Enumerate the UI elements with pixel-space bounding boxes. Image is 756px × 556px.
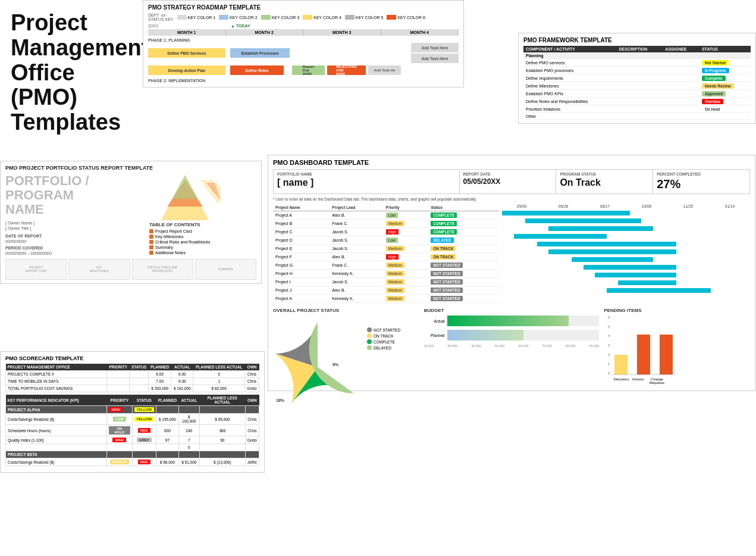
dash-project-row: Project G Frank C. Medium NOT STARTED xyxy=(273,261,499,270)
sc-upper-row: TIME TO MOBILIZE IN DAYS 7.00 6.00 1 Chr… xyxy=(6,378,259,385)
gantt-bar-row xyxy=(501,256,750,263)
pending-bar-change xyxy=(660,335,673,374)
scorecard-kpi-table: KEY PERFORMANCE INDICATOR (KPI) PRIORITY… xyxy=(5,395,259,466)
sc-kpi-row: PROJECT BETA xyxy=(6,451,259,458)
thumb-risks: CRITICAL RISKS ANDROADBLOCKS xyxy=(132,259,193,280)
budget-planned: Planned xyxy=(424,330,600,341)
dash-project-row: Project B Frank C. Medium COMPLETE xyxy=(273,220,499,228)
toc-item: Key Milestones xyxy=(149,235,256,239)
toc-item: Additional Notes xyxy=(149,251,256,255)
roadmap-title: PMO STRATEGY ROADMAP TEMPLATE xyxy=(148,4,459,11)
gantt-bar-row xyxy=(501,264,750,270)
title-line4: (PMO) xyxy=(11,85,77,110)
svg-marker-2 xyxy=(172,175,198,199)
dashboard-note: * User to enter all data on the Dashboar… xyxy=(273,197,750,201)
roadmap-legend: DEPT -or-STATUS KEY KEY COLOR 1 KEY COLO… xyxy=(148,13,459,21)
framework-template: PMO FRAMEWORK TEMPLATE COMPONENT / ACTIV… xyxy=(518,33,756,124)
pie-title: OVERALL PROJECT STATUS xyxy=(273,308,419,313)
legend-color-5 xyxy=(345,15,355,20)
pending-bar-decisions xyxy=(614,355,628,374)
pending-bar-actions xyxy=(637,335,650,374)
dash-project-row: Project C Jacob S. High COMPLETE xyxy=(273,228,499,236)
dash-project-row: Project H Kennedy K. Medium NOT STARTED xyxy=(273,270,499,278)
dash-project-row: Project F Alex B. High ON TRACK xyxy=(273,253,499,261)
thumb-summary: SUMMARY xyxy=(195,259,256,280)
gantt-row-2: Develop Action Plan Define Roles ReportD… xyxy=(148,65,459,75)
legend-item-2: KEY COLOR 2 xyxy=(219,15,258,20)
sc-kpi-row: Scheduled Hours (hours) ON HOLD RED 600 … xyxy=(6,425,259,436)
legend-color-2 xyxy=(219,15,228,20)
dashboard-header: PORTFOLIO NAME [ name ] REPORT DATE 05/0… xyxy=(273,169,750,194)
bar-decisions xyxy=(614,355,628,374)
pending-bars xyxy=(612,316,675,375)
project-table: Project Name Project Lead Priority Statu… xyxy=(273,204,499,303)
title-line2: Management xyxy=(11,35,149,60)
budget-title: BUDGET xyxy=(424,308,600,313)
legend-item-4: KEY COLOR 4 xyxy=(303,15,341,20)
framework-table: COMPONENT / ACTIVITY DESCRIPTION ASSIGNE… xyxy=(523,46,751,120)
legend-item-5: KEY COLOR 5 xyxy=(345,15,384,20)
gantt-bar-row xyxy=(501,210,750,216)
legend-color-6 xyxy=(387,15,396,20)
dashboard-title: PMO DASHBOARD TEMPLATE xyxy=(273,159,750,166)
gantt-dates: 05/09 06/28 08/17 10/06 11/25 01/14 xyxy=(501,204,750,208)
gantt-bar-row xyxy=(501,233,750,239)
project-table-section: Project Name Project Lead Priority Statu… xyxy=(273,204,499,303)
title-line1: Project xyxy=(11,10,87,35)
gantt-section: 05/09 06/28 08/17 10/06 11/25 01/14 xyxy=(501,204,750,303)
legend-color-1 xyxy=(177,15,187,20)
page-title: Project Management Office (PMO) Template… xyxy=(0,0,131,135)
report-date-cell: REPORT DATE 05/05/20XX xyxy=(460,170,557,193)
gantt-bar-row xyxy=(501,279,750,286)
legend-item-3: KEY COLOR 3 xyxy=(261,15,300,20)
pending-title: PENDING ITEMS xyxy=(604,308,750,313)
gantt-bar-row xyxy=(501,225,750,232)
legend-item-1: KEY COLOR 1 xyxy=(177,15,216,20)
legend-item-6: KEY COLOR 6 xyxy=(387,15,425,20)
timeline-header: MONTH 1 MONTH 2 MONTH 3 MONTH 4 xyxy=(148,29,459,36)
sc-upper-row: PROJECTS COMPLETE # 6.00 6.00 0 Chris xyxy=(6,371,259,378)
gantt-bar-row xyxy=(501,240,750,247)
percent-cell: PERCENT COMPLETED 27% xyxy=(653,170,749,193)
dash-project-row: Project E Jacob S. Medium ON TRACK xyxy=(273,245,499,253)
dash-project-row: Project I Jacob S. Medium NOT STARTED xyxy=(273,278,499,286)
pyramid-graphic xyxy=(149,174,221,221)
portfolio-title: PMO PROJECT PORTFOLIO STATUS REPORT TEMP… xyxy=(5,165,256,171)
toc-list: Project Report CardKey MilestonesCritica… xyxy=(149,229,256,255)
sc-kpi-row: PROJECT ALPHA HIGH YELLOW xyxy=(6,406,259,414)
dash-project-row: Project D Jacob S. Low DELAYED xyxy=(273,236,499,245)
framework-title: PMO FRAMEWORK TEMPLATE xyxy=(523,37,751,43)
portfolio-template: PMO PROJECT PORTFOLIO STATUS REPORT TEMP… xyxy=(0,161,262,284)
gantt-bars xyxy=(501,210,750,293)
title-line3: Office xyxy=(11,60,75,85)
dash-project-row: Project A Alex B. Low COMPLETE xyxy=(273,211,499,220)
gantt-bar-row xyxy=(501,287,750,293)
toc-item: Critical Risks and Roadblocks xyxy=(149,240,256,244)
dash-project-row: Project K Kennedy K. Medium NOT STARTED xyxy=(273,295,499,303)
roadmap-template: PMO STRATEGY ROADMAP TEMPLATE DEPT -or-S… xyxy=(143,0,464,88)
sc-upper-row: TOTAL PORTFOLIO COST SAVINGS $ 263,000 $… xyxy=(6,385,259,392)
bar-actions xyxy=(637,335,650,374)
legend-color-4 xyxy=(303,15,312,20)
pending-labels: Decisions Actions ChangeRequests xyxy=(612,377,675,385)
budget-chart: Actual Planned 20,000 30,000 40,000 50,0… xyxy=(424,316,600,348)
title-line5: Templates xyxy=(11,110,121,135)
legend-color-3 xyxy=(261,15,271,20)
portfolio-thumbnails: PROJECTREPORT CARD KEYMILESTONES CRITICA… xyxy=(5,259,256,280)
portfolio-name-cell: PORTFOLIO NAME [ name ] xyxy=(274,170,460,193)
sc-kpi-row: Quality Index (1-100) HIGH GREY 97 7 90 … xyxy=(6,436,259,444)
scorecard-template: PMO SCORECARD TEMPLATE PROJECT MANAGEMEN… xyxy=(0,351,265,473)
thumb-report-card: PROJECTREPORT CARD xyxy=(5,259,67,280)
sc-kpi-row: Costs/Savings Realized ($) MEDIUM RED $ … xyxy=(6,458,259,466)
toc-item: Summary xyxy=(149,245,256,249)
gantt-bar-row xyxy=(501,248,750,255)
gantt-row-1: Define PMO Services Establish Processes … xyxy=(148,43,459,63)
budget-box: BUDGET Actual Planned 20,000 30,000 xyxy=(424,308,600,387)
toc-item: Project Report Card xyxy=(149,229,256,233)
thumb-milestones: KEYMILESTONES xyxy=(68,259,130,280)
budget-actual: Actual xyxy=(424,316,600,326)
program-status-cell: PROGRAM STATUS On Track xyxy=(556,170,653,193)
budget-axis: 20,000 30,000 40,000 50,000 60,000 70,00… xyxy=(424,344,600,348)
portfolio-main-name: PORTFOLIO /PROGRAMNAME xyxy=(5,174,146,217)
pie-chart-svg xyxy=(273,323,362,412)
